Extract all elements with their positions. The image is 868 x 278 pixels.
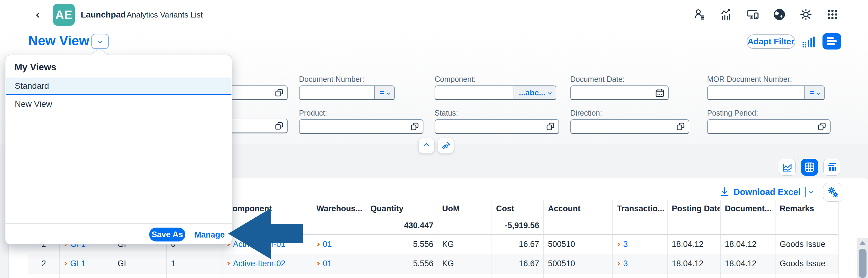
devices-icon[interactable] (746, 8, 760, 21)
theme-brightness-icon[interactable] (799, 8, 812, 21)
item-cell: 1 (167, 254, 222, 273)
filter-input[interactable]: = (707, 85, 825, 100)
col-header-uom[interactable]: UoM (438, 200, 492, 217)
filter-label: Document Number: (299, 75, 395, 84)
value-help-copy-icon[interactable] (817, 122, 827, 131)
operator-addon[interactable]: = (374, 86, 394, 99)
user-profile-icon[interactable] (693, 8, 707, 21)
line-chart-icon (782, 162, 793, 173)
drilldown-chevron-icon (63, 262, 67, 266)
col-header-quantity[interactable]: Quantity (366, 200, 438, 217)
view-item-standard[interactable]: Standard (6, 78, 231, 95)
popup-title: My Views (14, 62, 56, 73)
aggregate-quantity: 430.447 (366, 217, 438, 234)
uom-cell: KG (438, 254, 492, 273)
posting-date-cell: 18.04.12 (668, 254, 721, 273)
filter-input[interactable] (299, 119, 424, 134)
app-logo[interactable]: AE (53, 4, 75, 26)
col-header-warehouse[interactable]: Warehous... (312, 200, 366, 217)
filter-input[interactable] (435, 119, 559, 134)
calendar-icon[interactable] (655, 88, 664, 98)
component-link[interactable]: Active-Item-02 (227, 259, 285, 268)
table-view-toggle[interactable] (801, 159, 818, 176)
filter-field-status: Status: (435, 109, 559, 134)
col-header-account[interactable]: Account (544, 200, 613, 217)
filter-input[interactable]: ...abc... (435, 85, 556, 100)
document-date-cell: 18.04.12 (721, 235, 775, 254)
chart-table-view-toggle[interactable] (824, 159, 840, 176)
col-header-transaction[interactable]: Transactio... (613, 200, 668, 217)
app-subtitle: Analytics Variants List (127, 10, 203, 20)
cost-cell: 16.67 (492, 254, 544, 273)
warehouse-link[interactable]: 01 (316, 259, 332, 268)
chart-visibility-icon[interactable] (802, 36, 815, 48)
operator-addon[interactable]: = (804, 86, 824, 99)
filter-label: Component: (435, 75, 556, 84)
chart-view-toggle[interactable] (779, 159, 796, 176)
quantity-cell: 5.556 (366, 254, 438, 273)
filter-list-icon (826, 36, 838, 47)
remarks-cell: Goods Issue (775, 235, 839, 254)
filter-input[interactable] (570, 119, 689, 134)
account-cell: 500510 (544, 254, 613, 273)
filter-field-product: Product: (299, 109, 424, 134)
value-help-copy-icon[interactable] (275, 121, 284, 131)
value-help-copy-icon[interactable] (546, 122, 555, 131)
value-help-copy-icon[interactable] (410, 122, 419, 131)
filter-label: MOR Document Number: (707, 75, 825, 84)
back-button[interactable] (33, 9, 44, 21)
warehouse-link[interactable]: 01 (316, 240, 332, 249)
document-link[interactable]: GI 1 (64, 259, 86, 268)
table-grid-icon (804, 162, 815, 172)
col-header-posting-date[interactable]: Posting Date (668, 200, 721, 217)
filter-input[interactable]: = (299, 85, 395, 100)
popup-callout-arrow (89, 48, 109, 55)
filter-input[interactable] (570, 85, 669, 100)
filter-field-posting-period: Posting Period: (707, 109, 831, 134)
col-header-cost[interactable]: Cost (492, 200, 544, 217)
filter-label: Document Date: (570, 75, 669, 84)
app-title: Launchpad (81, 10, 126, 20)
cost-cell: 16.67 (492, 235, 544, 254)
remarks-cell: Goods Issue (775, 254, 839, 273)
filter-label: Posting Period: (707, 109, 831, 118)
manage-link[interactable]: Manage (194, 230, 225, 240)
value-help-copy-icon[interactable] (275, 88, 284, 97)
filter-label: Product: (299, 109, 424, 118)
transaction-link[interactable]: 3 (617, 259, 628, 268)
filter-label: Direction: (570, 109, 689, 118)
quantity-cell: 5.556 (366, 235, 438, 254)
chevron-down-icon (548, 91, 552, 95)
table-settings-button[interactable] (823, 183, 842, 202)
filter-input[interactable] (707, 119, 831, 134)
view-selector-dropdown-button[interactable] (91, 34, 109, 49)
col-header-remarks[interactable]: Remarks (775, 200, 839, 217)
adapt-filter-button[interactable]: Adapt Filter (747, 34, 795, 49)
view-title[interactable]: New View (28, 33, 89, 48)
row-number: 2 (28, 254, 60, 273)
app-grid-icon[interactable] (826, 8, 839, 21)
filter-field-direction: Direction: (570, 109, 689, 134)
my-views-popup: My Views Standard New View Save As Manag… (5, 55, 232, 245)
view-item-new-view[interactable]: New View (6, 96, 231, 113)
pin-icon (441, 141, 451, 150)
trend-chart-icon[interactable] (720, 8, 733, 21)
document-date-cell: 18.04.12 (721, 254, 775, 273)
col-header-document-date[interactable]: Document... (721, 200, 775, 217)
download-excel-button[interactable]: Download Excel (720, 185, 812, 199)
table-row: 2 GI 1 GI 1 Active-Item-02 01 5.556 KG 1… (28, 254, 838, 274)
operator-addon[interactable]: ...abc... (514, 86, 556, 99)
chevron-down-icon (809, 190, 813, 193)
scroll-up-arrow[interactable] (859, 241, 866, 245)
filter-bar-toggle-button[interactable] (823, 33, 841, 50)
value-help-copy-icon[interactable] (676, 122, 685, 131)
divider (5, 223, 232, 224)
filter-label: Status: (435, 109, 559, 118)
save-as-button[interactable]: Save As (149, 228, 185, 242)
globe-icon[interactable] (773, 8, 786, 21)
app-screen: AE Launchpad Analytics Variants List (0, 0, 868, 278)
pin-filter-button[interactable] (438, 138, 454, 153)
vertical-scrollbar-thumb[interactable] (859, 249, 867, 278)
collapse-filter-button[interactable] (418, 138, 435, 153)
transaction-link[interactable]: 3 (617, 240, 628, 249)
